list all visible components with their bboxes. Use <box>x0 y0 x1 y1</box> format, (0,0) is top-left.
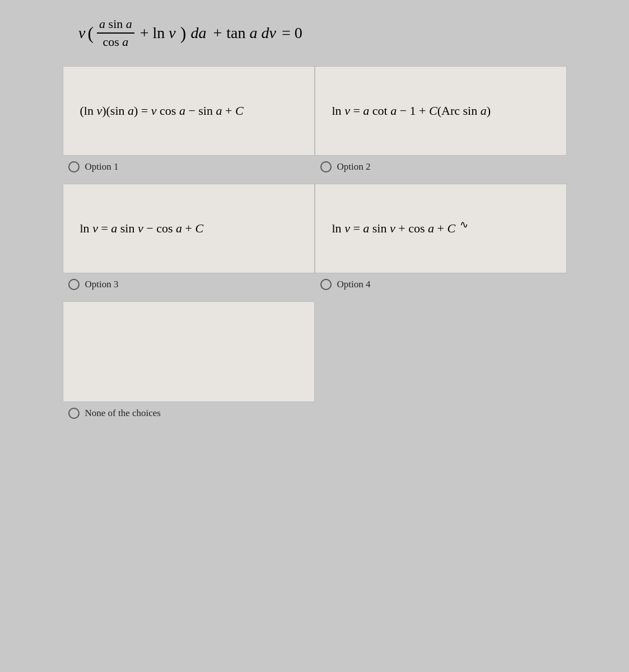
option-5-cell: None of the choices <box>63 301 315 424</box>
option-4-radio[interactable] <box>320 279 332 290</box>
option-1-radio[interactable] <box>68 161 80 172</box>
option-4-formula: ln v = a sin v + cos a + C ∿ <box>332 221 468 236</box>
eq-plus-lnv: + ln v <box>140 24 176 42</box>
eq-fraction: a sin a cos a <box>96 17 136 49</box>
option-4-label: Option 4 <box>337 279 371 290</box>
option-4-cell: ln v = a sin v + cos a + C ∿ Option 4 <box>315 184 567 301</box>
option-3-radio[interactable] <box>68 279 80 290</box>
option-5-label: None of the choices <box>85 408 161 419</box>
option-5-box <box>63 301 315 402</box>
option-1-label-row[interactable]: Option 1 <box>63 156 124 184</box>
eq-v: v <box>78 24 85 42</box>
option-2-formula: ln v = a cot a − 1 + C(Arc sin a) <box>332 104 491 118</box>
eq-equals-zero: = 0 <box>282 24 302 42</box>
option-3-label-row[interactable]: Option 3 <box>63 273 124 301</box>
option-1-label: Option 1 <box>85 161 119 172</box>
option-3-cell: ln v = a sin v − cos a + C Option 3 <box>63 184 315 301</box>
eq-plus: + <box>213 24 222 42</box>
option-2-label-row[interactable]: Option 2 <box>315 156 376 184</box>
option-2-label: Option 2 <box>337 161 371 172</box>
eq-tanadv: tan a dv <box>226 24 276 42</box>
option-3-label: Option 3 <box>85 279 119 290</box>
option-5-label-row[interactable]: None of the choices <box>63 402 166 424</box>
option-1-box: (ln v)(sin a) = v cos a − sin a + C <box>63 66 315 156</box>
option-5-radio[interactable] <box>68 408 80 419</box>
eq-close-paren: ) <box>180 23 187 44</box>
option-2-cell: ln v = a cot a − 1 + C(Arc sin a) Option… <box>315 66 567 184</box>
option-1-cell: (ln v)(sin a) = v cos a − sin a + C Opti… <box>63 66 315 184</box>
option-4-box: ln v = a sin v + cos a + C ∿ <box>315 184 567 273</box>
option-2-box: ln v = a cot a − 1 + C(Arc sin a) <box>315 66 567 156</box>
eq-da: da <box>190 24 206 42</box>
option-5-empty <box>315 301 567 424</box>
option-1-formula: (ln v)(sin a) = v cos a − sin a + C <box>80 104 244 118</box>
option-2-radio[interactable] <box>320 161 332 172</box>
eq-open-paren: ( <box>87 23 94 44</box>
option-5-row: None of the choices <box>63 301 567 424</box>
options-grid: (ln v)(sin a) = v cos a − sin a + C Opti… <box>63 66 567 301</box>
option-3-box: ln v = a sin v − cos a + C <box>63 184 315 273</box>
option-4-label-row[interactable]: Option 4 <box>315 273 376 301</box>
main-equation: v ( a sin a cos a + ln v ) da + tan a dv… <box>34 17 595 49</box>
option-3-formula: ln v = a sin v − cos a + C <box>80 221 204 236</box>
